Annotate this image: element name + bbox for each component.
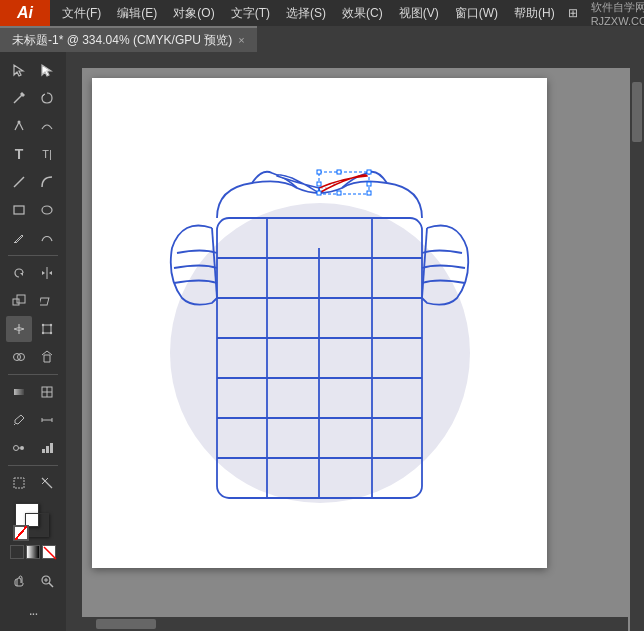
vertical-scroll-thumb[interactable] (632, 82, 642, 142)
svg-point-33 (14, 446, 19, 451)
color-square[interactable] (10, 545, 24, 559)
menu-view[interactable]: 视图(V) (391, 3, 447, 24)
artboard-tool[interactable] (6, 470, 32, 496)
active-tab[interactable]: 未标题-1* @ 334.04% (CMYK/GPU 预览) × (0, 26, 257, 52)
tab-label: 未标题-1* @ 334.04% (CMYK/GPU 预览) (12, 32, 232, 49)
svg-point-34 (20, 446, 24, 450)
svg-rect-25 (14, 389, 24, 395)
menu-object[interactable]: 对象(O) (165, 3, 222, 24)
separator-1 (8, 255, 58, 256)
touch-type-tool[interactable]: T| (34, 141, 60, 167)
selection-handle-tl[interactable] (317, 170, 321, 174)
line-segment-tool[interactable] (6, 169, 32, 195)
live-paint-tool[interactable] (34, 344, 60, 370)
curvature-tool[interactable] (34, 113, 60, 139)
blend-tool[interactable] (6, 435, 32, 461)
lasso-tool[interactable] (34, 85, 60, 111)
horizontal-scroll-thumb[interactable] (96, 619, 156, 629)
arc-tool[interactable] (34, 169, 60, 195)
svg-rect-39 (14, 478, 24, 488)
selection-handle-ml[interactable] (317, 182, 321, 186)
gradient-tool[interactable] (6, 379, 32, 405)
shape-builder-tool[interactable] (6, 344, 32, 370)
canvas-background (82, 68, 630, 617)
pen-tool[interactable] (6, 113, 32, 139)
website-label: 软件自学网：RJZXW.COM (591, 0, 644, 27)
svg-line-2 (14, 95, 22, 103)
smooth-tool[interactable] (34, 225, 60, 251)
jacket-illustration (152, 98, 492, 558)
menu-select[interactable]: 选择(S) (278, 3, 334, 24)
tab-bar: 未标题-1* @ 334.04% (CMYK/GPU 预览) × (0, 26, 644, 52)
free-transform-tool[interactable] (34, 316, 60, 342)
menu-bar: 文件(F) 编辑(E) 对象(O) 文字(T) 选择(S) 效果(C) 视图(V… (50, 0, 591, 26)
more-tools-button[interactable]: ··· (20, 600, 46, 626)
mesh-tool[interactable] (34, 379, 60, 405)
title-bar: Ai 文件(F) 编辑(E) 对象(O) 文字(T) 选择(S) 效果(C) 视… (0, 0, 644, 26)
slice-tool[interactable] (34, 470, 60, 496)
svg-marker-10 (20, 273, 23, 276)
gradient-square[interactable] (26, 545, 40, 559)
fill-stroke-indicator[interactable] (15, 503, 51, 539)
scale-tool[interactable] (6, 288, 32, 314)
collar-right-selected (319, 175, 367, 193)
selection-handle-tc[interactable] (337, 170, 341, 174)
eyedropper-tool[interactable] (6, 407, 32, 433)
collar-left (277, 175, 319, 193)
hand-tool[interactable] (6, 568, 32, 594)
vertical-scrollbar[interactable] (630, 52, 644, 617)
chart-tool[interactable] (34, 435, 60, 461)
svg-point-8 (42, 206, 52, 214)
rotate-tool[interactable] (6, 260, 32, 286)
svg-point-20 (50, 324, 52, 326)
svg-line-29 (14, 424, 15, 425)
svg-point-19 (42, 324, 44, 326)
scroll-corner (630, 617, 644, 631)
selection-handle-br[interactable] (367, 191, 371, 195)
menu-file[interactable]: 文件(F) (54, 3, 109, 24)
grid-icon[interactable]: ⊞ (563, 3, 583, 23)
svg-rect-36 (42, 449, 45, 453)
svg-line-9 (14, 242, 15, 243)
app-logo: Ai (0, 0, 50, 26)
pencil-tool[interactable] (6, 225, 32, 251)
none-square[interactable] (42, 545, 56, 559)
color-mode-squares (10, 545, 56, 559)
horizontal-ruler (66, 52, 630, 68)
color-section (0, 497, 66, 565)
ellipse-tool[interactable] (34, 197, 60, 223)
width-tool[interactable] (6, 316, 32, 342)
none-icon[interactable] (13, 525, 29, 541)
menu-edit[interactable]: 编辑(E) (109, 3, 165, 24)
menu-help[interactable]: 帮助(H) (506, 3, 563, 24)
selection-handle-bc[interactable] (337, 191, 341, 195)
separator-3 (8, 465, 58, 466)
svg-rect-14 (13, 299, 19, 305)
menu-effect[interactable]: 效果(C) (334, 3, 391, 24)
svg-rect-18 (43, 325, 51, 333)
select-tool[interactable] (6, 57, 32, 83)
magic-wand-tool[interactable] (6, 85, 32, 111)
main-layout: T T| (0, 52, 644, 631)
selection-handle-tr[interactable] (367, 170, 371, 174)
reflect-tool[interactable] (34, 260, 60, 286)
svg-point-21 (42, 332, 44, 334)
rect-tool[interactable] (6, 197, 32, 223)
tab-close-button[interactable]: × (238, 34, 244, 46)
svg-rect-37 (46, 446, 49, 453)
shear-tool[interactable] (34, 288, 60, 314)
zoom-tool[interactable] (34, 568, 60, 594)
menu-window[interactable]: 窗口(W) (447, 3, 506, 24)
selection-handle-mr[interactable] (367, 182, 371, 186)
menu-type[interactable]: 文字(T) (223, 3, 278, 24)
svg-marker-1 (42, 65, 51, 76)
direct-select-tool[interactable] (34, 57, 60, 83)
horizontal-scrollbar[interactable] (66, 617, 628, 631)
measure-tool[interactable] (34, 407, 60, 433)
svg-marker-13 (49, 271, 52, 275)
svg-marker-0 (14, 65, 23, 76)
separator-2 (8, 374, 58, 375)
toolbar: T T| (0, 52, 66, 631)
type-tool[interactable]: T (6, 141, 32, 167)
selection-handle-bl[interactable] (317, 191, 321, 195)
